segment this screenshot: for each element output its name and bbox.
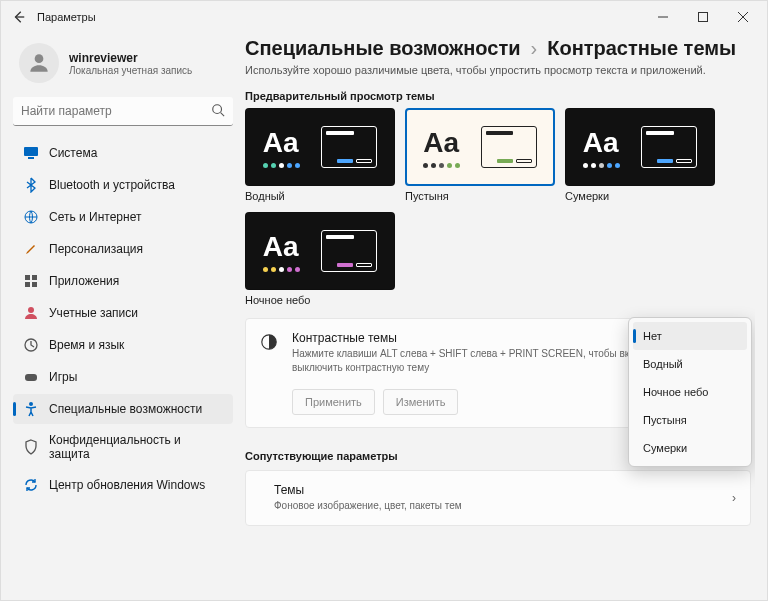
sidebar-item-label: Приложения xyxy=(49,274,119,288)
dropdown-option[interactable]: Ночное небо xyxy=(633,378,747,406)
sidebar-item-access[interactable]: Специальные возможности xyxy=(13,394,233,424)
edit-button[interactable]: Изменить xyxy=(383,389,459,415)
sidebar-item-system[interactable]: Система xyxy=(13,138,233,168)
theme-label: Ночное небо xyxy=(245,294,395,306)
theme-label: Сумерки xyxy=(565,190,715,202)
preview-heading: Предварительный просмотр темы xyxy=(245,90,751,102)
sidebar-item-time[interactable]: Время и язык xyxy=(13,330,233,360)
sidebar-item-privacy[interactable]: Конфиденциальность и защита xyxy=(13,426,233,468)
theme-preview[interactable]: AaВодный xyxy=(245,108,395,202)
svg-rect-13 xyxy=(32,282,37,287)
crumb-current: Контрастные темы xyxy=(547,37,736,60)
themes-link[interactable]: Темы Фоновое изображение, цвет, пакеты т… xyxy=(245,470,751,526)
sidebar-item-label: Сеть и Интернет xyxy=(49,210,141,224)
svg-line-6 xyxy=(221,113,225,117)
theme-dropdown[interactable]: НетВодныйНочное небоПустыняСумерки xyxy=(628,317,752,467)
svg-point-4 xyxy=(35,54,44,63)
svg-point-17 xyxy=(29,402,33,406)
search-box[interactable] xyxy=(13,97,233,126)
back-button[interactable] xyxy=(5,3,33,31)
user-block[interactable]: winreviewer Локальная учетная запись xyxy=(13,37,233,97)
avatar xyxy=(19,43,59,83)
svg-rect-11 xyxy=(32,275,37,280)
dropdown-option[interactable]: Водный xyxy=(633,350,747,378)
sidebar-item-label: Конфиденциальность и защита xyxy=(49,433,223,461)
user-name: winreviewer xyxy=(69,51,192,65)
window-title: Параметры xyxy=(37,11,96,23)
crumb-parent[interactable]: Специальные возможности xyxy=(245,37,521,60)
theme-preview[interactable]: AaСумерки xyxy=(565,108,715,202)
sidebar-item-games[interactable]: Игры xyxy=(13,362,233,392)
svg-point-14 xyxy=(28,307,34,313)
svg-rect-10 xyxy=(25,275,30,280)
dropdown-option[interactable]: Нет xyxy=(633,322,747,350)
dropdown-option[interactable]: Сумерки xyxy=(633,434,747,462)
chevron-right-icon: › xyxy=(732,491,736,505)
breadcrumb: Специальные возможности › Контрастные те… xyxy=(245,37,751,60)
sidebar-item-label: Игры xyxy=(49,370,77,384)
search-input[interactable] xyxy=(13,97,233,126)
chevron-right-icon: › xyxy=(531,37,538,60)
sidebar-item-label: Центр обновления Windows xyxy=(49,478,205,492)
maximize-button[interactable] xyxy=(683,3,723,31)
perso-icon xyxy=(23,241,39,257)
svg-rect-8 xyxy=(28,157,34,159)
acct-icon xyxy=(23,305,39,321)
sidebar-item-update[interactable]: Центр обновления Windows xyxy=(13,470,233,500)
theme-preview[interactable]: AaНочное небо xyxy=(245,212,395,306)
apps-icon xyxy=(23,273,39,289)
access-icon xyxy=(23,401,39,417)
theme-preview[interactable]: AaПустыня xyxy=(405,108,555,202)
sidebar-item-label: Специальные возможности xyxy=(49,402,202,416)
sidebar-item-apps[interactable]: Приложения xyxy=(13,266,233,296)
contrast-icon xyxy=(260,333,278,351)
minimize-button[interactable] xyxy=(643,3,683,31)
sidebar-item-label: Время и язык xyxy=(49,338,124,352)
page-description: Используйте хорошо различимые цвета, что… xyxy=(245,64,751,76)
sidebar-item-acct[interactable]: Учетные записи xyxy=(13,298,233,328)
sidebar-item-label: Персонализация xyxy=(49,242,143,256)
theme-label: Пустыня xyxy=(405,190,555,202)
sidebar-item-label: Учетные записи xyxy=(49,306,138,320)
svg-rect-16 xyxy=(25,374,37,381)
sidebar-item-label: Bluetooth и устройства xyxy=(49,178,175,192)
theme-label: Водный xyxy=(245,190,395,202)
svg-rect-7 xyxy=(24,147,38,156)
sidebar-item-net[interactable]: Сеть и Интернет xyxy=(13,202,233,232)
time-icon xyxy=(23,337,39,353)
system-icon xyxy=(23,145,39,161)
close-button[interactable] xyxy=(723,3,763,31)
apply-button[interactable]: Применить xyxy=(292,389,375,415)
search-icon xyxy=(211,103,225,120)
svg-rect-12 xyxy=(25,282,30,287)
privacy-icon xyxy=(23,439,39,455)
themes-link-sub: Фоновое изображение, цвет, пакеты тем xyxy=(274,499,462,513)
sidebar-item-perso[interactable]: Персонализация xyxy=(13,234,233,264)
sidebar-item-bt[interactable]: Bluetooth и устройства xyxy=(13,170,233,200)
themes-link-title: Темы xyxy=(274,483,462,497)
sidebar-item-label: Система xyxy=(49,146,97,160)
svg-rect-1 xyxy=(699,13,708,22)
update-icon xyxy=(23,477,39,493)
dropdown-option[interactable]: Пустыня xyxy=(633,406,747,434)
svg-point-5 xyxy=(213,105,222,114)
contrast-card: Контрастные темы Нажмите клавиши ALT сле… xyxy=(245,318,751,428)
games-icon xyxy=(23,369,39,385)
user-sub: Локальная учетная запись xyxy=(69,65,192,76)
net-icon xyxy=(23,209,39,225)
bt-icon xyxy=(23,177,39,193)
